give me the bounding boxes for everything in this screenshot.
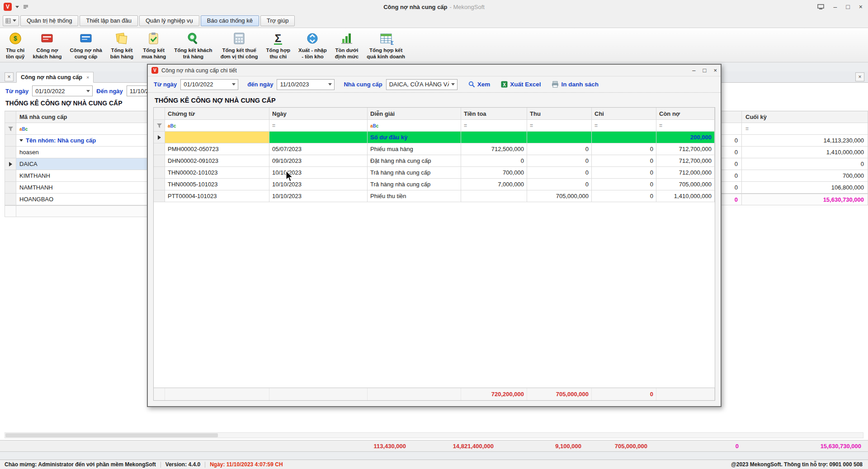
toolbar-customize-icon[interactable] bbox=[23, 4, 29, 9]
filter-cell[interactable]: aBc bbox=[165, 120, 269, 132]
ribbon-item-cong-no-nha-cung-cap[interactable]: Công nợ nhà cung cấp bbox=[66, 29, 106, 61]
column-header-con-no[interactable]: Còn nợ bbox=[656, 108, 715, 120]
focused-cell[interactable] bbox=[165, 132, 269, 143]
customer-returns-icon bbox=[185, 30, 201, 47]
dialog-filter-bar: Từ ngày 01/10/2022 đến ngày 11/10/2023 N… bbox=[148, 76, 721, 93]
minimize-button[interactable]: – bbox=[834, 4, 837, 10]
horizontal-scrollbar[interactable] bbox=[5, 432, 863, 438]
tab-close-icon[interactable]: × bbox=[86, 75, 89, 80]
menu-tab-quan-tri-he-thong[interactable]: Quản trị hệ thống bbox=[20, 15, 78, 26]
filter-row-icon bbox=[5, 123, 16, 135]
grid-menu-icon bbox=[5, 18, 11, 24]
total-value: 15,630,730,000 bbox=[782, 441, 861, 451]
opening-balance-row[interactable]: Số dư đầu kỳ 200,000 bbox=[154, 132, 715, 143]
row-indicator-icon bbox=[9, 162, 12, 166]
menu-tab-tro-giup[interactable]: Trợ giúp bbox=[260, 15, 295, 26]
collapse-icon[interactable] bbox=[19, 139, 23, 142]
ribbon-item-tong-ket-mua-hang[interactable]: Tổng kết mua hàng bbox=[137, 29, 170, 61]
grand-total-row: 113,430,000 14,821,400,000 9,100,000 705… bbox=[0, 440, 868, 452]
window-title-app: - MekongSoft bbox=[450, 4, 485, 10]
income-expense-sigma-icon: Σ bbox=[270, 30, 286, 47]
dialog-minimize-button[interactable]: – bbox=[692, 67, 695, 74]
ribbon-item-tong-ket-ban-hang[interactable]: Tổng kết bán hàng bbox=[106, 29, 137, 61]
ribbon-item-tong-hop-ket-qua-kinh-doanh[interactable]: Σ Tổng hợp kết quả kinh doanh bbox=[363, 29, 409, 61]
ribbon-item-ton-duoi-dinh-muc[interactable]: Tồn dưới định mức bbox=[331, 29, 363, 61]
dialog-maximize-button[interactable]: □ bbox=[703, 67, 707, 74]
filter-cell[interactable]: = bbox=[461, 120, 527, 132]
filter-cell[interactable]: aBc bbox=[368, 120, 461, 132]
scrollbar-thumb[interactable] bbox=[5, 433, 218, 437]
detail-row[interactable]: THN00005-101023 10/10/2023 Trả hàng nhà … bbox=[154, 179, 715, 190]
numeric-filter-icon: = bbox=[530, 123, 533, 129]
column-header-tien-toa[interactable]: Tiền toa bbox=[461, 108, 527, 120]
detail-row[interactable]: THN00002-101023 10/10/2023 Trả hàng nhà … bbox=[154, 167, 715, 179]
from-date-select[interactable]: 01/10/2022 bbox=[32, 85, 93, 96]
menu-launcher-button[interactable] bbox=[3, 15, 19, 26]
excel-icon: X bbox=[501, 81, 508, 88]
total-value: 0 bbox=[678, 441, 739, 451]
dialog-title: Công nợ nhà cung cấp chi tiết bbox=[161, 67, 237, 74]
chevron-down-icon bbox=[326, 80, 334, 90]
close-tab-button[interactable]: × bbox=[5, 72, 14, 81]
chevron-down-icon bbox=[449, 80, 457, 90]
numeric-filter-icon: = bbox=[272, 123, 275, 129]
ribbon-item-xuat-nhap-ton-kho[interactable]: Xuất - nhập - tồn kho bbox=[294, 29, 331, 61]
export-excel-button[interactable]: X Xuất Excel bbox=[501, 81, 541, 88]
ribbon-item-tong-ket-khach-tra-hang[interactable]: Tổng kết khách trả hàng bbox=[170, 29, 216, 61]
svg-text:$: $ bbox=[14, 35, 17, 42]
titlebar: V Công nợ nhà cung cấp - MekongSoft – □ … bbox=[0, 0, 868, 14]
panel-close-button[interactable]: × bbox=[855, 72, 864, 81]
svg-text:Σ: Σ bbox=[391, 40, 394, 46]
column-header-ngay[interactable]: Ngày bbox=[269, 108, 368, 120]
filter-cell[interactable]: = bbox=[269, 120, 368, 132]
dialog-to-date-select[interactable]: 11/10/2023 bbox=[277, 79, 335, 90]
maximize-button[interactable]: □ bbox=[846, 4, 849, 10]
column-header-chung-tu[interactable]: Chứng từ bbox=[165, 108, 269, 120]
filter-cell[interactable]: = bbox=[592, 120, 656, 132]
detail-row[interactable]: PTT00004-101023 10/10/2023 Phiếu thu tiề… bbox=[154, 190, 715, 202]
fit-screen-icon[interactable] bbox=[817, 4, 825, 10]
print-button[interactable]: In danh sách bbox=[552, 81, 599, 88]
mouse-cursor-icon bbox=[286, 171, 294, 184]
inventory-flow-icon bbox=[305, 30, 320, 47]
detail-row[interactable]: DHN00002-091023 09/10/2023 Đặt hàng nhà … bbox=[154, 155, 715, 167]
menu-tab-thiet-lap-ban-dau[interactable]: Thiết lập ban đầu bbox=[80, 15, 137, 26]
window-title: Công nợ nhà cung cấp - MekongSoft bbox=[136, 0, 732, 14]
column-header-cuoi-ky[interactable]: Cuối kỳ bbox=[742, 111, 868, 123]
ribbon-item-tong-hop-thu-chi[interactable]: Σ Tổng hợp thu chi bbox=[262, 29, 295, 61]
close-button[interactable]: × bbox=[859, 4, 863, 10]
supplier-select[interactable]: DAICA, CỬA HÀNG VÂ... bbox=[386, 79, 458, 90]
ribbon-item-cong-no-khach-hang[interactable]: Công nợ khách hàng bbox=[29, 29, 66, 61]
total-value: 705,000,000 bbox=[583, 441, 647, 451]
dialog-close-button[interactable]: × bbox=[713, 67, 717, 74]
detail-row[interactable]: PMH00002-050723 05/07/2023 Phiếu mua hàn… bbox=[154, 143, 715, 155]
ribbon-item-tong-ket-thue[interactable]: Tổng kết thuế đơn vị thi công bbox=[217, 29, 262, 61]
filter-cell[interactable]: = bbox=[656, 120, 715, 132]
to-date-label: đến ngày bbox=[247, 81, 273, 88]
footer-total-thu: 705,000,000 bbox=[527, 388, 592, 400]
dialog-from-date-select[interactable]: 01/10/2022 bbox=[180, 79, 238, 90]
column-header-thu[interactable]: Thu bbox=[527, 108, 592, 120]
menu-bar: Quản trị hệ thống Thiết lập ban đầu Quản… bbox=[0, 14, 868, 28]
chevron-down-icon[interactable] bbox=[15, 6, 19, 8]
status-date: Ngày: 11/10/2023 4:07:59 CH bbox=[205, 462, 287, 468]
filter-cell[interactable]: = bbox=[527, 120, 592, 132]
app-logo-icon[interactable]: V bbox=[4, 3, 12, 11]
business-result-icon: Σ bbox=[378, 30, 394, 47]
customer-debt-icon bbox=[39, 30, 55, 47]
document-tab-label: Công nợ nhà cung cấp bbox=[21, 74, 82, 81]
column-header-dien-giai[interactable]: Diễn giải bbox=[368, 108, 461, 120]
document-tab-cong-no-nha-cung-cap[interactable]: Công nợ nhà cung cấp × bbox=[16, 72, 94, 83]
search-icon bbox=[468, 81, 475, 88]
column-header-chi[interactable]: Chi bbox=[592, 108, 656, 120]
menu-tab-quan-ly-nghiep-vu[interactable]: Quản lý nghiệp vụ bbox=[139, 15, 199, 26]
purchase-summary-icon bbox=[146, 30, 161, 47]
view-button[interactable]: Xem bbox=[468, 81, 491, 88]
cuoi-ky-filter-cell[interactable]: = bbox=[742, 123, 868, 135]
menu-tab-bao-cao-thong-ke[interactable]: Báo cáo thống kê bbox=[201, 15, 259, 26]
text-filter-icon: aBc bbox=[168, 122, 176, 129]
text-filter-icon: aBc bbox=[19, 125, 28, 132]
from-date-label: Từ ngày bbox=[5, 88, 28, 95]
tax-summary-icon bbox=[231, 30, 247, 47]
ribbon-item-thu-chi-ton-quy[interactable]: $ Thu chi tồn quỹ bbox=[2, 29, 29, 61]
